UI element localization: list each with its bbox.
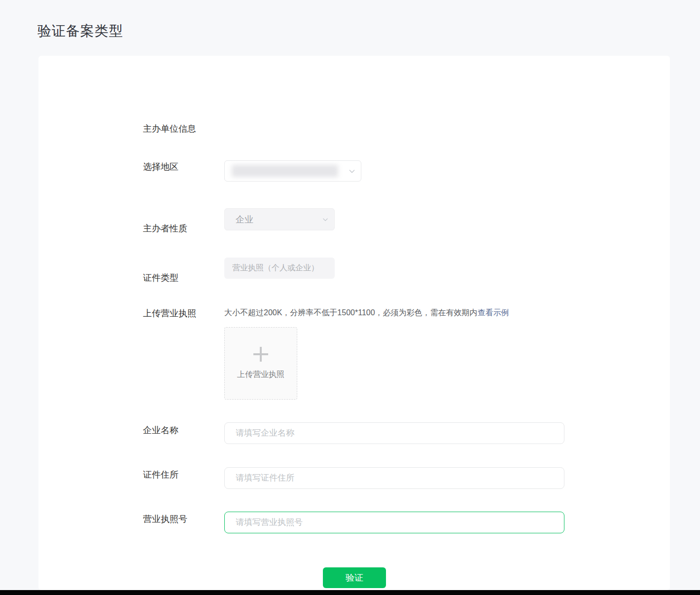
company-name-label: 企业名称	[143, 425, 178, 436]
company-name-input[interactable]	[224, 422, 564, 444]
organizer-nature-label: 主办者性质	[143, 223, 187, 234]
license-number-input[interactable]	[224, 512, 564, 533]
license-number-label: 营业执照号	[143, 514, 187, 524]
upload-hint-text: 大小不超过200K，分辨率不低于1500*1100，必须为彩色，需在有效期内	[224, 308, 478, 317]
page-title: 验证备案类型	[37, 22, 123, 40]
chevron-down-icon	[321, 216, 329, 223]
certificate-type-field: 营业执照（个人或企业）	[224, 258, 335, 279]
certificate-type-value: 营业执照（个人或企业）	[232, 263, 319, 273]
verify-button[interactable]: 验证	[323, 567, 386, 588]
organizer-nature-select: 企业	[224, 208, 335, 230]
region-label: 选择地区	[143, 161, 178, 172]
chevron-down-icon	[348, 167, 356, 175]
organizer-nature-value: 企业	[236, 214, 253, 225]
certificate-type-label: 证件类型	[143, 272, 178, 283]
certificate-address-label: 证件住所	[143, 469, 178, 480]
upload-business-license-button[interactable]: 上传营业执照	[224, 327, 297, 400]
view-example-link[interactable]: 查看示例	[478, 308, 509, 317]
region-select[interactable]	[224, 160, 361, 182]
plus-icon	[253, 347, 268, 362]
form-card: 主办单位信息 选择地区 主办者性质 企业 证件类型 营业执照（个人或企业） 上传…	[38, 56, 670, 590]
upload-hint: 大小不超过200K，分辨率不低于1500*1100，必须为彩色，需在有效期内查看…	[224, 307, 509, 318]
section-title-organizer-info: 主办单位信息	[143, 123, 196, 135]
bottom-edge-bar	[0, 590, 700, 595]
license-upload-label: 上传营业执照	[143, 308, 196, 319]
upload-box-label: 上传营业执照	[237, 370, 284, 380]
region-value-redacted	[232, 165, 338, 177]
certificate-address-input[interactable]	[224, 467, 564, 489]
